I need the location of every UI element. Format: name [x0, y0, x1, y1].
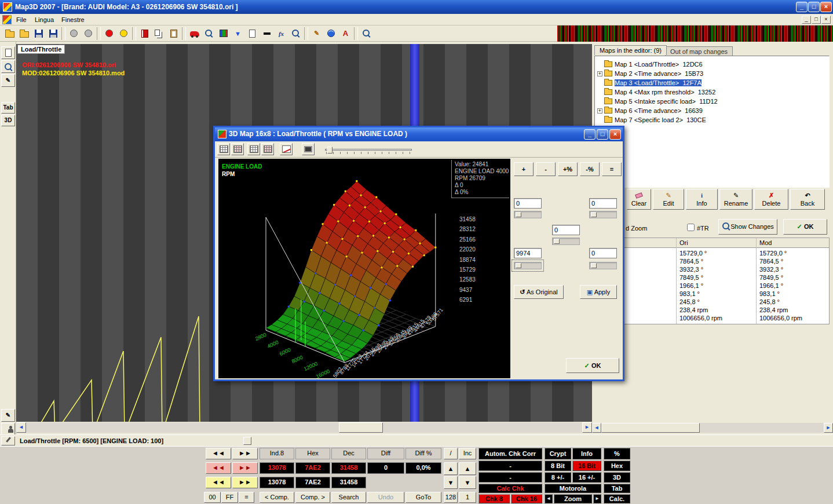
calc-button[interactable]: Calc.: [604, 494, 630, 503]
save-button[interactable]: [31, 27, 46, 41]
bit8-button[interactable]: 8 Bit: [545, 461, 571, 471]
notes-button[interactable]: [137, 27, 152, 41]
mod-next-button[interactable]: ►►: [232, 462, 258, 474]
slider-thumb[interactable]: [591, 212, 597, 217]
status-tool-button[interactable]: [1, 436, 15, 445]
column-header-mod[interactable]: Mod: [759, 239, 772, 246]
decrease-button[interactable]: -: [536, 162, 556, 176]
scroll-right-button[interactable]: ►: [582, 422, 592, 433]
tr-checkbox[interactable]: [687, 224, 695, 231]
surface-plot[interactable]: ENGINE LOAD RPM Value: 24841 ENGINE LOAD…: [218, 159, 510, 378]
download-button[interactable]: ▼: [231, 27, 245, 41]
expander-icon[interactable]: +: [597, 71, 602, 76]
copy-button[interactable]: [152, 27, 166, 41]
grid-view-button[interactable]: [217, 143, 230, 155]
calc-chk-button[interactable]: Calc Chk: [478, 484, 542, 493]
autom-chk-corr-button[interactable]: Autom. Chk Corr: [478, 448, 542, 459]
table-row[interactable]: 7849,5 °7849,5 °: [595, 274, 829, 282]
scroll-thumb[interactable]: [601, 423, 700, 433]
chk8-button[interactable]: Chk 8: [478, 494, 510, 503]
map-tree-item-1[interactable]: Map 1 <Load/Throttle> 12DC6: [597, 61, 703, 70]
goto-button[interactable]: GoTo: [405, 492, 441, 503]
back-button[interactable]: ↶Back: [790, 189, 825, 210]
inc-button[interactable]: Inc: [459, 448, 476, 459]
sidebar-user-button[interactable]: [1, 423, 15, 436]
table-row[interactable]: 983,1 °983,1 °: [595, 290, 829, 298]
new-page-button[interactable]: [245, 27, 260, 41]
scroll-left-button[interactable]: ◄: [592, 423, 601, 433]
canvas-hscrollbar[interactable]: ◄ ►: [16, 422, 592, 433]
restore-button[interactable]: □: [808, 2, 820, 12]
gray-marker-2-button[interactable]: [81, 27, 96, 41]
step-value-right-field[interactable]: [589, 198, 617, 209]
current-value-field[interactable]: [514, 248, 542, 258]
map-tree-item-7[interactable]: Map 7 <Specific load 2> 130CE: [597, 116, 706, 125]
slider-thumb[interactable]: [516, 263, 521, 268]
paste-button[interactable]: [166, 27, 181, 41]
search-maps-button[interactable]: [202, 27, 216, 41]
expander-icon[interactable]: +: [597, 108, 602, 114]
search-button[interactable]: Search: [331, 492, 366, 503]
bit16-button[interactable]: 16 Bit: [572, 461, 601, 471]
map-tree-item-3[interactable]: Map 3 <Load/Throttle> 12F7A: [597, 79, 702, 88]
nav-prev-button[interactable]: ◄◄: [206, 448, 231, 459]
sidebar-3d-button[interactable]: 3D: [1, 115, 15, 126]
grip-icon[interactable]: [243, 437, 251, 445]
show-changes-button[interactable]: Show Changes: [718, 219, 777, 235]
zoom-in-button[interactable]: ►: [593, 494, 601, 503]
table-color-view-button[interactable]: [261, 143, 274, 155]
map-tree-item-2[interactable]: +Map 2 <Time advance> 15B73: [597, 70, 703, 79]
table-view-button[interactable]: [247, 143, 260, 155]
set-ff-button[interactable]: FF: [221, 492, 238, 503]
offset-value-field[interactable]: [589, 248, 617, 258]
sidebar-page-button[interactable]: [1, 46, 15, 59]
mod-marker-button[interactable]: [116, 27, 131, 41]
set-equal-button[interactable]: =: [239, 492, 254, 503]
edit-page-button[interactable]: ✎: [309, 27, 324, 41]
gray-marker-1-button[interactable]: [67, 27, 81, 41]
nav-next-button[interactable]: ►►: [232, 448, 258, 459]
set-00-button[interactable]: 00: [204, 492, 221, 503]
zoom-tool-button[interactable]: [359, 27, 374, 41]
web-button[interactable]: [324, 27, 338, 41]
inc-up-button[interactable]: ▲: [459, 462, 476, 475]
mdi-minimize-button[interactable]: _: [802, 16, 811, 24]
table-row[interactable]: 1966,1 °1966,1 °: [595, 282, 829, 290]
pm8-button[interactable]: 8 +/-: [545, 472, 571, 483]
apply-button[interactable]: ▣ Apply: [580, 285, 617, 299]
step-size-value[interactable]: 128: [444, 492, 458, 503]
table-row[interactable]: 3932,3 °3932,3 °: [595, 266, 829, 274]
table-row[interactable]: 15729,0 °15729,0 °: [595, 250, 829, 258]
info-button[interactable]: iInfo: [686, 189, 718, 210]
remove-button[interactable]: [260, 27, 274, 41]
zoom-out-button[interactable]: ◄: [545, 494, 553, 503]
rename-button[interactable]: ✎Rename: [719, 189, 752, 210]
edit-button[interactable]: ✎Edit: [653, 189, 684, 210]
eprom-button[interactable]: [302, 143, 315, 155]
mdi-restore-button[interactable]: □: [812, 16, 821, 24]
open-folder-button[interactable]: [2, 27, 17, 41]
pm16-button[interactable]: 16 +/-: [572, 472, 601, 483]
mod-prev-button[interactable]: ◄◄: [206, 462, 231, 474]
slider-thumb[interactable]: [516, 212, 521, 217]
inc-size-value[interactable]: 1: [459, 492, 476, 503]
comp-next-button[interactable]: Comp. >: [295, 492, 330, 503]
motorola-button[interactable]: Motorola: [545, 484, 601, 493]
percent-button[interactable]: %: [604, 448, 630, 459]
table-row[interactable]: 1006656,0 rpm1006656,0 rpm: [595, 315, 829, 323]
restore-button[interactable]: □: [597, 129, 608, 140]
minimize-button[interactable]: _: [584, 129, 595, 140]
step-slider-left[interactable]: [514, 211, 542, 218]
3d-view-button[interactable]: 3D: [604, 472, 630, 483]
close-button[interactable]: ×: [609, 129, 621, 140]
vehicle-info-button[interactable]: [187, 27, 202, 41]
menu-finestre[interactable]: Finestre: [58, 16, 88, 24]
center-value-field[interactable]: [552, 225, 580, 235]
function-button[interactable]: fx: [274, 27, 288, 41]
crypt-button[interactable]: Crypt: [545, 448, 571, 459]
map3d-ok-button[interactable]: ✓ OK: [566, 358, 619, 373]
tab-view-button[interactable]: Tab: [604, 484, 630, 493]
slider-thumb[interactable]: [554, 239, 560, 244]
inc-down-button[interactable]: ▼: [459, 476, 476, 489]
save-as-button[interactable]: [46, 27, 60, 41]
